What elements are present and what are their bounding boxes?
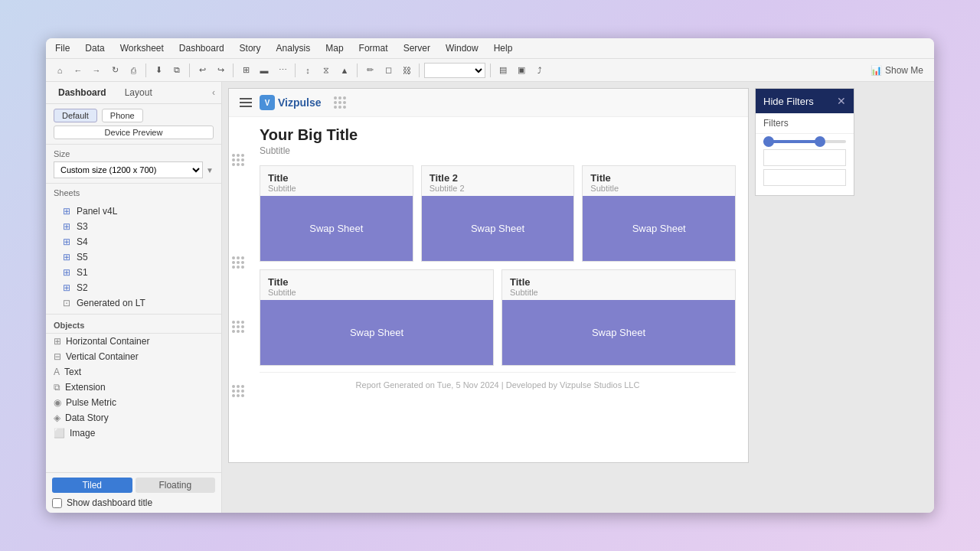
toolbar-font-select[interactable] xyxy=(424,63,485,78)
object-text[interactable]: A Text xyxy=(46,364,221,380)
toolbar-link-icon[interactable]: ⛓ xyxy=(399,63,414,78)
filters-panel: Hide Filters ✕ Filters xyxy=(755,88,854,196)
menu-data[interactable]: Data xyxy=(82,41,107,55)
device-buttons-row: Default Phone xyxy=(54,109,214,122)
device-preview-button[interactable]: Device Preview xyxy=(54,126,214,139)
object-horizontal-icon: ⊞ xyxy=(54,336,61,347)
size-select[interactable]: Custom size (1200 x 700) xyxy=(54,161,203,178)
show-dashboard-title-label: Show dashboard title xyxy=(67,497,152,508)
object-data-story[interactable]: ◈ Data Story xyxy=(46,410,221,425)
sheet-item-s5[interactable]: ⊞ S5 xyxy=(54,249,214,265)
menu-worksheet[interactable]: Worksheet xyxy=(117,41,167,55)
toolbar-redo-icon[interactable]: ↪ xyxy=(213,63,228,78)
toolbar-sep1 xyxy=(145,64,146,77)
hide-filters-button[interactable]: Hide Filters ✕ xyxy=(756,89,854,113)
menu-server[interactable]: Server xyxy=(400,41,433,55)
filter-input-1[interactable] xyxy=(763,149,846,166)
row-handle-1[interactable] xyxy=(232,154,244,166)
toolbar-back-icon[interactable]: ← xyxy=(70,63,86,78)
sheet-item-generated[interactable]: ⊡ Generated on LT xyxy=(54,295,214,311)
object-extension[interactable]: ⧉ Extension xyxy=(46,380,221,395)
show-me-label: Show Me xyxy=(885,65,923,76)
show-dashboard-title-checkbox[interactable] xyxy=(52,498,62,508)
toolbar-copy-icon[interactable]: ⧉ xyxy=(169,63,185,78)
header-grid-handle-1[interactable] xyxy=(334,96,346,109)
toolbar-forward-icon[interactable]: → xyxy=(89,63,104,78)
viz-swap-1[interactable]: Swap Sheet xyxy=(260,196,413,261)
sheet-item-s4[interactable]: ⊞ S4 xyxy=(54,234,214,249)
size-section: Size Custom size (1200 x 700) ▼ xyxy=(46,145,221,184)
app-window: File Data Worksheet Dashboard Story Anal… xyxy=(46,38,934,513)
row-handle-4[interactable] xyxy=(232,385,244,397)
viz-swap-2[interactable]: Swap Sheet xyxy=(422,196,574,261)
menu-map[interactable]: Map xyxy=(322,41,346,55)
toolbar-arrow-icon[interactable]: ↕ xyxy=(300,63,315,78)
object-image[interactable]: ⬜ Image xyxy=(46,425,221,441)
hamburger-button[interactable] xyxy=(238,96,253,109)
menu-file[interactable]: File xyxy=(52,41,73,55)
toolbar-undo-icon[interactable]: ↩ xyxy=(194,63,210,78)
menu-dashboard[interactable]: Dashboard xyxy=(176,41,227,55)
viz-swap-4[interactable]: Swap Sheet xyxy=(260,300,493,365)
objects-section: Objects ⊞ Horizontal Container ⊟ Vertica… xyxy=(46,315,221,472)
object-horizontal-container[interactable]: ⊞ Horizontal Container xyxy=(46,334,221,349)
filter-slider-thumb-left[interactable] xyxy=(763,136,774,147)
menu-help[interactable]: Help xyxy=(491,41,516,55)
show-me-button[interactable]: 📊 Show Me xyxy=(866,64,928,77)
size-label: Size xyxy=(54,149,214,158)
tiled-button[interactable]: Tiled xyxy=(52,478,132,493)
object-pulse-metric[interactable]: ◉ Pulse Metric xyxy=(46,395,221,410)
menu-analysis[interactable]: Analysis xyxy=(273,41,314,55)
sheets-section: Sheets ⊞ Panel v4L ⊞ S3 ⊞ S4 ⊞ xyxy=(46,184,221,315)
tiled-floating-row: Tiled Floating xyxy=(52,478,215,493)
toolbar-grid-icon[interactable]: ⊞ xyxy=(238,63,253,78)
filters-close-icon[interactable]: ✕ xyxy=(837,95,846,107)
filter-slider-thumb-right[interactable] xyxy=(815,136,825,147)
menu-format[interactable]: Format xyxy=(356,41,391,55)
viz-card-5-subtitle: Subtitle xyxy=(510,288,727,297)
toolbar-more-icon[interactable]: ⋯ xyxy=(275,63,290,78)
show-me-icon: 📊 xyxy=(871,65,882,76)
toolbar-bar-icon[interactable]: ▬ xyxy=(256,63,272,78)
toolbar: ⌂ ← → ↻ ⎙ ⬇ ⧉ ↩ ↪ ⊞ ▬ ⋯ ↕ ⧖ ▲ ✏ ◻ ⛓ ▤ ▣ … xyxy=(46,59,934,82)
toolbar-filter-icon[interactable]: ⧖ xyxy=(318,63,334,78)
toolbar-eraser-icon[interactable]: ◻ xyxy=(381,63,396,78)
viz-card-1-title: Title xyxy=(268,172,405,184)
toolbar-print-icon[interactable]: ⎙ xyxy=(126,63,141,78)
sheet-icon-panelv4l: ⊞ xyxy=(61,206,72,217)
floating-button[interactable]: Floating xyxy=(136,478,216,493)
viz-card-4-header: Title Subtitle xyxy=(260,270,493,300)
menu-story[interactable]: Story xyxy=(237,41,264,55)
dashboard-content: Your Big Title Subtitle Title Subtitle S… xyxy=(247,117,748,406)
toolbar-home-icon[interactable]: ⌂ xyxy=(52,63,67,78)
filter-range-slider[interactable] xyxy=(763,140,846,143)
toolbar-sep7 xyxy=(490,64,491,77)
object-datastory-icon: ◈ xyxy=(54,412,60,423)
vizpulse-logo: V Vizpulse xyxy=(260,95,322,110)
filter-input-2[interactable] xyxy=(763,169,846,186)
toolbar-refresh-icon[interactable]: ↻ xyxy=(107,63,122,78)
toolbar-present-icon[interactable]: ▣ xyxy=(514,63,529,78)
toolbar-highlight-icon[interactable]: ▲ xyxy=(337,63,352,78)
menu-window[interactable]: Window xyxy=(443,41,482,55)
viz-card-5-header: Title Subtitle xyxy=(502,270,735,300)
tab-dashboard[interactable]: Dashboard xyxy=(52,85,113,100)
device-default-button[interactable]: Default xyxy=(54,109,97,122)
toolbar-share-icon[interactable]: ⤴ xyxy=(532,63,547,78)
viz-swap-3[interactable]: Swap Sheet xyxy=(583,196,735,261)
row-handle-2[interactable] xyxy=(232,256,244,269)
sheet-item-s2[interactable]: ⊞ S2 xyxy=(54,280,214,295)
toolbar-pen-icon[interactable]: ✏ xyxy=(362,63,377,78)
object-vertical-container[interactable]: ⊟ Vertical Container xyxy=(46,349,221,364)
toolbar-view-icon[interactable]: ▤ xyxy=(495,63,511,78)
viz-card-2-header: Title 2 Subtitle 2 xyxy=(422,166,574,196)
tab-layout[interactable]: Layout xyxy=(119,85,158,100)
viz-swap-5[interactable]: Swap Sheet xyxy=(502,300,735,365)
row-handle-3[interactable] xyxy=(232,321,244,333)
device-phone-button[interactable]: Phone xyxy=(102,109,143,122)
sheet-item-s1[interactable]: ⊞ S1 xyxy=(54,265,214,280)
sidebar-collapse-arrow[interactable]: ‹ xyxy=(212,87,215,98)
sheet-item-s3[interactable]: ⊞ S3 xyxy=(54,219,214,234)
toolbar-download-icon[interactable]: ⬇ xyxy=(151,63,166,78)
sheet-item-panelv4l[interactable]: ⊞ Panel v4L xyxy=(54,204,214,219)
